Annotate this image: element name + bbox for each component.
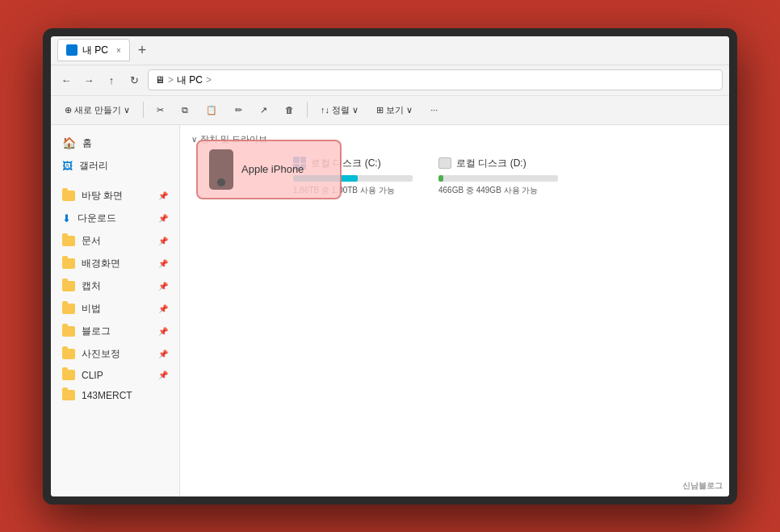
tab-folder-icon [66,44,78,56]
pin-icon-secret: 📌 [158,304,168,313]
breadcrumb-computer-icon: 🖥 [155,74,165,86]
sidebar-desktop-label: 바탕 화면 [82,189,123,203]
new-arrow: ∨ [124,105,130,115]
more-label: ··· [430,105,438,115]
folder-icon-clip [62,370,75,380]
breadcrumb-sep2: > [206,74,212,86]
view-arrow: ∨ [406,105,413,115]
more-button[interactable]: ··· [423,102,445,118]
cut-button[interactable]: ✂ [149,102,171,119]
refresh-button[interactable]: ↻ [125,71,143,89]
rename-button[interactable]: ✏ [228,102,250,119]
main-area: 🏠 홈 🖼 갤러리 바탕 화면 📌 ⬇ 다운로드 📌 [51,125,729,496]
back-button[interactable]: ← [57,71,75,89]
sidebar-item-download[interactable]: ⬇ 다운로드 📌 [54,207,176,229]
sidebar-secret-label: 비법 [82,302,101,316]
folder-icon-secret [62,304,75,314]
sidebar-item-blog[interactable]: 블로그 📌 [54,320,176,342]
folder-icon-photoedit [62,349,75,359]
sidebar-docs-label: 문서 [82,234,101,248]
new-button[interactable]: ⊕ 새로 만들기 ∨ [57,101,137,119]
toolbar-separator-1 [143,102,144,118]
pin-icon-photoedit: 📌 [158,350,168,358]
sidebar-photoedit-label: 사진보정 [82,347,120,361]
folder-icon-wallpaper [62,258,75,269]
pin-icon-docs: 📌 [158,237,168,245]
breadcrumb-sep1: > [168,74,174,86]
tab-title: 내 PC [82,44,108,57]
disk-d-item[interactable]: 로컬 디스크 (D:) 466GB 중 449GB 사용 가능 [434,152,563,216]
toolbar-separator-2 [307,102,308,118]
sidebar-item-secret[interactable]: 비법 📌 [54,298,176,320]
forward-button[interactable]: → [80,71,98,89]
copy-button[interactable]: ⧉ [174,102,195,119]
title-bar: 내 PC × + [51,36,729,65]
tab-close-button[interactable]: × [116,46,121,55]
pin-icon-blog: 📌 [158,327,168,336]
folder-icon-docs [62,236,75,246]
folder-icon-misc [62,390,75,400]
iphone-popup[interactable]: Apple iPhone [196,140,342,199]
new-label: 새로 만들기 [74,104,121,116]
sidebar-item-home[interactable]: 🏠 홈 [54,132,176,154]
disk-d-bar-bg [438,175,558,182]
sort-button[interactable]: ↑↓ 정렬 ∨ [313,101,366,119]
sidebar-home-label: 홈 [82,136,92,150]
pin-icon-download: 📌 [158,214,168,223]
sidebar-gallery-label: 갤러리 [79,159,108,173]
gallery-icon: 🖼 [62,160,73,172]
iphone-thumbnail [209,149,233,190]
sidebar-capture-label: 캡처 [82,279,101,293]
sort-label: ↑↓ 정렬 [321,104,350,116]
paste-button[interactable]: 📋 [199,102,224,119]
address-bar: ← → ↑ ↻ 🖥 > 내 PC > [51,65,729,96]
sidebar-item-clip[interactable]: CLIP 📌 [54,366,176,385]
sidebar-item-photoedit[interactable]: 사진보정 📌 [54,343,176,365]
new-tab-button[interactable]: + [138,42,147,59]
sidebar-item-capture[interactable]: 캡처 📌 [54,275,176,297]
sidebar-blog-label: 블로그 [82,325,111,338]
view-button[interactable]: ⊞ 보기 ∨ [369,101,420,119]
breadcrumb-mypc[interactable]: 내 PC [177,73,203,87]
watermark: 신남블로그 [682,480,723,492]
up-button[interactable]: ↑ [103,71,120,89]
screen: 내 PC × + ← → ↑ ↻ 🖥 > 내 PC > ⊕ 새로 만들기 ∨ [51,36,729,496]
sidebar-clip-label: CLIP [82,370,103,381]
folder-icon-blog [62,326,75,337]
home-icon: 🏠 [62,136,76,149]
sort-arrow: ∨ [352,105,359,115]
sidebar-download-label: 다운로드 [78,212,116,225]
watermark-text: 신남블로그 [682,481,723,490]
sidebar-item-misc[interactable]: 143MERCT [54,386,176,405]
pin-icon-wallpaper: 📌 [158,259,168,268]
sidebar-wallpaper-label: 배경화면 [82,257,120,270]
pin-icon-capture: 📌 [158,282,168,291]
sidebar: 🏠 홈 🖼 갤러리 바탕 화면 📌 ⬇ 다운로드 📌 [51,125,180,496]
pin-icon-clip: 📌 [158,371,168,379]
share-button[interactable]: ↗ [253,102,275,119]
folder-icon-desktop [62,191,75,201]
sidebar-item-docs[interactable]: 문서 📌 [54,230,176,252]
sidebar-item-wallpaper[interactable]: 배경화면 📌 [54,253,176,274]
disk-d-label: 로컬 디스크 (D:) [456,157,526,170]
disk-d-icon [438,157,451,169]
content-area: 장치 및 드라이브 Apple iPhone [180,125,729,496]
explorer-tab[interactable]: 내 PC × [57,39,130,61]
download-icon: ⬇ [62,212,71,224]
view-icon: ⊞ [376,105,384,115]
sidebar-item-desktop[interactable]: 바탕 화면 📌 [54,185,176,207]
sidebar-item-gallery[interactable]: 🖼 갤러리 [54,155,176,177]
sidebar-misc-label: 143MERCT [82,390,132,401]
breadcrumb[interactable]: 🖥 > 내 PC > [148,69,723,90]
new-icon: ⊕ [65,105,72,115]
view-label: 보기 [386,104,404,116]
delete-button[interactable]: 🗑 [278,102,301,118]
iphone-label: Apple iPhone [241,163,304,175]
disk-d-bar-fill [438,175,443,182]
disk-d-info: 466GB 중 449GB 사용 가능 [438,185,558,196]
pin-icon-desktop: 📌 [158,191,168,200]
toolbar: ⊕ 새로 만들기 ∨ ✂ ⧉ 📋 ✏ ↗ 🗑 ↑↓ 정렬 ∨ ⊞ 보기 ∨ ··… [51,96,729,125]
laptop-frame: 내 PC × + ← → ↑ ↻ 🖥 > 내 PC > ⊕ 새로 만들기 ∨ [43,28,737,505]
folder-icon-capture [62,281,75,291]
